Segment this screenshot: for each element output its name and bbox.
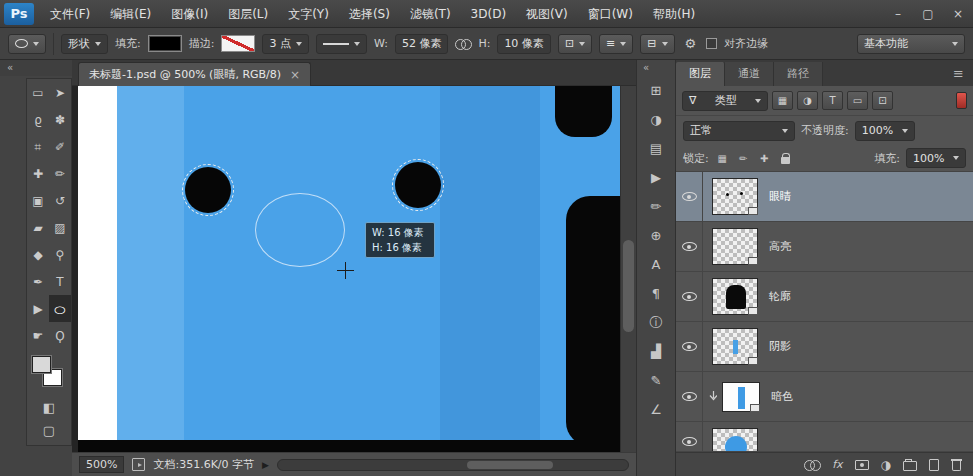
new-layer-icon[interactable] <box>929 459 939 471</box>
layer-filter-type-dropdown[interactable]: ∇ 类型 <box>682 91 768 111</box>
lock-image-pixels-icon[interactable]: ✏ <box>736 153 751 164</box>
path-operations-dropdown[interactable]: ⊡ <box>558 34 592 54</box>
filter-adjustment-layers-icon[interactable]: ◑ <box>797 91 818 110</box>
quick-mask-button[interactable]: ◧ <box>27 396 71 419</box>
tool-preset-picker[interactable] <box>8 34 46 54</box>
paragraph-icon[interactable]: ¶ <box>637 279 675 308</box>
menu-filter[interactable]: 滤镜(T) <box>400 0 461 28</box>
visibility-cell[interactable] <box>676 222 703 271</box>
layer-thumbnail[interactable] <box>712 328 758 365</box>
pen-tool[interactable]: ✒ <box>27 268 49 295</box>
menu-window[interactable]: 窗口(W) <box>578 0 643 28</box>
stroke-type-dropdown[interactable] <box>316 34 367 54</box>
shape-width-input[interactable]: 52 像素 <box>395 34 449 54</box>
tab-channels[interactable]: 通道 <box>725 62 774 86</box>
panel-strip-collapse-button[interactable]: « <box>637 60 675 76</box>
foreground-color-swatch[interactable] <box>32 356 51 373</box>
menu-file[interactable]: 文件(F) <box>40 0 100 28</box>
histogram-icon[interactable]: ▟ <box>637 337 675 366</box>
dodge-tool[interactable]: ⚲ <box>49 241 71 268</box>
lock-position-icon[interactable]: ✚ <box>757 153 772 164</box>
gradient-tool[interactable]: ▨ <box>49 214 71 241</box>
measurement-log-icon[interactable]: ∠ <box>637 395 675 424</box>
layer-thumbnail[interactable] <box>712 228 758 265</box>
history-brush-tool[interactable]: ↺ <box>49 187 71 214</box>
menu-type[interactable]: 文字(Y) <box>278 0 339 28</box>
menu-3d[interactable]: 3D(D) <box>461 0 516 28</box>
minimize-button[interactable]: – <box>883 0 913 28</box>
filter-type-layers-icon[interactable]: T <box>822 91 843 110</box>
eraser-tool[interactable]: ▰ <box>27 214 49 241</box>
new-adjustment-layer-icon[interactable]: ◑ <box>881 459 891 471</box>
notes-icon[interactable]: ✎ <box>637 366 675 395</box>
spot-healing-brush-tool[interactable]: ✚ <box>27 160 49 187</box>
status-menu-icon[interactable]: ▶ <box>262 460 269 470</box>
lasso-tool[interactable]: ϱ <box>27 106 49 133</box>
visibility-cell[interactable] <box>676 172 703 221</box>
lock-all-icon[interactable] <box>781 157 790 164</box>
gear-icon[interactable]: ⚙ <box>682 36 700 51</box>
menu-image[interactable]: 图像(I) <box>161 0 218 28</box>
screen-mode-button[interactable]: ▢ <box>27 419 71 442</box>
workspace-switcher[interactable]: 基本功能 <box>857 34 965 54</box>
brush-tool[interactable]: ✏ <box>49 160 71 187</box>
stroke-width-dropdown[interactable]: 3 点 <box>262 34 309 54</box>
zoom-tool[interactable]: Ϙ <box>49 322 71 349</box>
crop-tool[interactable]: ⌗ <box>27 133 49 160</box>
stroke-color-swatch[interactable] <box>221 35 255 52</box>
document-tab[interactable]: 未标题-1.psd @ 500% (眼睛, RGB/8) × <box>78 62 311 86</box>
menu-help[interactable]: 帮助(H) <box>643 0 705 28</box>
layer-row-highlight[interactable]: 高亮 <box>676 222 973 272</box>
tab-layers[interactable]: 图层 <box>676 62 725 86</box>
visibility-cell[interactable] <box>676 272 703 321</box>
type-tool[interactable]: T <box>49 268 71 295</box>
toolbar-collapse-button[interactable]: « <box>0 60 72 76</box>
styles-icon[interactable]: ▤ <box>637 134 675 163</box>
layer-filter-toggle[interactable] <box>956 92 967 109</box>
opacity-dropdown[interactable]: 100% <box>855 121 915 141</box>
menu-view[interactable]: 视图(V) <box>516 0 578 28</box>
layer-thumbnail[interactable] <box>712 428 758 452</box>
menu-layer[interactable]: 图层(L) <box>218 0 278 28</box>
ellipse-tool[interactable]: ○ <box>49 295 71 322</box>
horizontal-scrollbar-thumb[interactable] <box>467 461 553 469</box>
tool-mode-dropdown[interactable]: 形状 <box>61 34 108 54</box>
layer-row-eyes[interactable]: 眼睛 <box>676 172 973 222</box>
align-edges-checkbox[interactable] <box>706 38 717 49</box>
canvas[interactable]: W: 16 像素 H: 16 像素 <box>72 86 620 452</box>
hand-tool[interactable]: ☛ <box>27 322 49 349</box>
vertical-scrollbar[interactable] <box>620 86 636 452</box>
layer-row-outline[interactable]: 轮廓 <box>676 272 973 322</box>
layer-row-shadow[interactable]: 阴影 <box>676 322 973 372</box>
tab-close-icon[interactable]: × <box>290 68 300 82</box>
visibility-cell[interactable] <box>676 422 703 451</box>
clone-source-icon[interactable]: ⊕ <box>637 221 675 250</box>
info-icon[interactable]: ⓘ <box>637 308 675 337</box>
restore-button[interactable]: ▢ <box>913 0 943 28</box>
visibility-cell[interactable] <box>676 372 703 421</box>
zoom-level-input[interactable]: 500% <box>79 456 124 473</box>
character-styles-icon[interactable]: A <box>637 250 675 279</box>
rectangular-marquee-tool[interactable]: ▭ <box>27 79 49 106</box>
close-button[interactable]: × <box>943 0 973 28</box>
clone-stamp-tool[interactable]: ▣ <box>27 187 49 214</box>
layer-row-dark[interactable]: 暗色 <box>676 372 973 422</box>
status-options-icon[interactable] <box>132 458 145 471</box>
tab-paths[interactable]: 路径 <box>774 62 823 86</box>
shape-height-input[interactable]: 10 像素 <box>497 34 551 54</box>
brush-presets-icon[interactable]: ✏ <box>637 192 675 221</box>
quick-selection-tool[interactable]: ✽ <box>49 106 71 133</box>
vertical-scrollbar-thumb[interactable] <box>623 240 634 332</box>
filter-shape-layers-icon[interactable]: ▭ <box>847 91 868 110</box>
new-group-icon[interactable] <box>903 461 917 471</box>
layer-thumbnail[interactable] <box>712 278 758 315</box>
lock-transparent-pixels-icon[interactable]: ▦ <box>715 153 730 164</box>
layer-fill-dropdown[interactable]: 100% <box>906 148 966 168</box>
swatches-icon[interactable]: ⊞ <box>637 76 675 105</box>
path-selection-tool[interactable]: ▶ <box>27 295 49 322</box>
blend-mode-dropdown[interactable]: 正常 <box>683 121 795 141</box>
actions-icon[interactable]: ▶ <box>637 163 675 192</box>
delete-layer-icon[interactable] <box>951 458 962 471</box>
filter-smart-objects-icon[interactable]: ⊡ <box>872 91 893 110</box>
eyedropper-tool[interactable]: ✐ <box>49 133 71 160</box>
